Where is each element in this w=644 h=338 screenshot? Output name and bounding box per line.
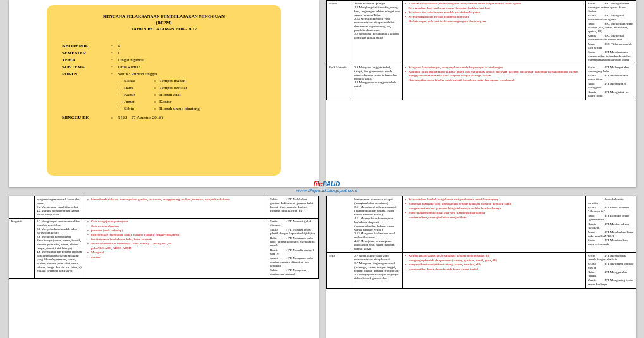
- cover-title-2: (RPPM): [62, 20, 266, 27]
- table-row: Seni2.7 Memiliki perilaku yang mencermin…: [327, 253, 636, 289]
- table-bottom-right: kemampuan berbahasa reseptif (menyimak d…: [326, 196, 636, 289]
- cover-title-3: TAHUN PELAJARAN 2016 - 2017: [62, 27, 266, 33]
- table-row: Kognitif2.3 Menghargai cara memecahkan m…: [9, 219, 319, 279]
- table-top-right: MoralTuhan melalui Ciptanya1.2 Mengharga…: [326, 0, 636, 100]
- table-row: Fisik Motorik3.3 Mengenal anggota tubuh,…: [327, 64, 636, 100]
- table-row: MoralTuhan melalui Ciptanya1.2 Mengharga…: [327, 1, 636, 64]
- cover-card: RENCANA PELAKSANAAN PEMBELAJARAN MINGGUA…: [47, 5, 281, 176]
- table-bottom-left: pengembangan motorik kasar dan halus2.4 …: [9, 196, 319, 279]
- table-row: kemampuan berbahasa reseptif (menyimak d…: [327, 196, 636, 253]
- watermark: filePAUD www.filepaud.blogspot.com: [296, 181, 357, 193]
- table-row: pengembangan motorik kasar dan halus2.4 …: [9, 196, 319, 219]
- cover-title-1: RENCANA PELAKSANAAN PEMBELAJARAN MINGGUA…: [62, 14, 266, 20]
